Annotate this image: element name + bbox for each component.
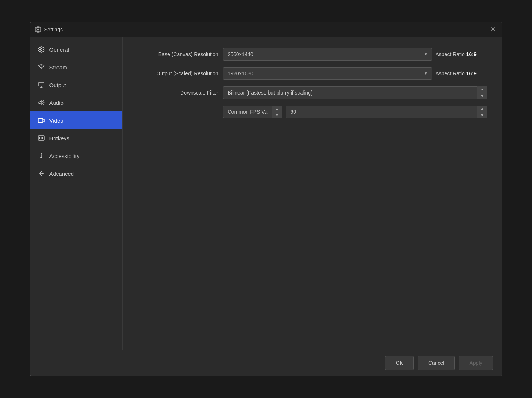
svg-rect-4 xyxy=(38,136,44,140)
app-icon xyxy=(35,26,41,33)
svg-rect-10 xyxy=(42,138,43,139)
titlebar-left: Settings xyxy=(35,26,63,33)
fps-type-spinner-arrows: ▲ ▼ xyxy=(272,106,282,118)
fps-type-down-arrow[interactable]: ▼ xyxy=(272,112,282,119)
apply-button[interactable]: Apply xyxy=(459,356,493,370)
fps-type-up-arrow[interactable]: ▲ xyxy=(272,106,282,112)
output-aspect-ratio: Aspect Ratio 16:9 xyxy=(436,71,487,76)
fps-type-spinner-wrapper: Common FPS Values Integer FPS Value Frac… xyxy=(223,106,282,118)
fps-value-spinner-arrows: ▲ ▼ xyxy=(477,106,487,118)
output-resolution-label: Output (Scaled) Resolution xyxy=(137,71,219,76)
audio-icon xyxy=(38,99,45,106)
cancel-button[interactable]: Cancel xyxy=(418,356,455,370)
downscale-filter-label: Downscale Filter xyxy=(137,90,219,96)
main-panel: Base (Canvas) Resolution 2560x1440 1920x… xyxy=(123,37,502,350)
svg-rect-6 xyxy=(41,137,42,138)
window-title: Settings xyxy=(44,27,63,32)
downscale-filter-row: Downscale Filter Bilinear (Fastest, but … xyxy=(137,86,487,99)
hotkeys-label: Hotkeys xyxy=(49,135,69,141)
svg-rect-7 xyxy=(42,137,43,138)
sidebar: General Stream xyxy=(30,37,123,350)
svg-point-12 xyxy=(41,153,42,154)
output-resolution-controls: 1920x1080 1280x720 2560x1440 ▼ Aspect Ra… xyxy=(223,67,487,80)
stream-label: Stream xyxy=(49,64,67,71)
settings-window: Settings ✕ General xyxy=(30,22,502,376)
base-resolution-label: Base (Canvas) Resolution xyxy=(137,51,219,57)
downscale-down-arrow[interactable]: ▼ xyxy=(477,93,487,99)
general-label: General xyxy=(49,47,69,53)
advanced-icon xyxy=(38,170,45,177)
svg-rect-9 xyxy=(41,138,42,139)
base-resolution-row: Base (Canvas) Resolution 2560x1440 1920x… xyxy=(137,48,487,61)
svg-rect-5 xyxy=(39,137,40,138)
downscale-up-arrow[interactable]: ▲ xyxy=(477,86,487,93)
advanced-label: Advanced xyxy=(49,171,74,177)
content-area: General Stream xyxy=(30,37,502,350)
fps-value-wrapper: 60 30 24 120 ▲ ▼ xyxy=(286,106,487,118)
bottom-bar: OK Cancel Apply xyxy=(30,350,502,376)
titlebar: Settings ✕ xyxy=(30,22,502,37)
close-button[interactable]: ✕ xyxy=(489,25,498,34)
accessibility-icon xyxy=(38,152,45,159)
sidebar-item-output[interactable]: Output xyxy=(30,76,122,94)
fps-controls: Common FPS Values Integer FPS Value Frac… xyxy=(223,106,487,118)
sidebar-item-audio[interactable]: Audio xyxy=(30,94,122,111)
ok-button[interactable]: OK xyxy=(385,356,414,370)
fps-type-wrapper: Common FPS Values Integer FPS Value Frac… xyxy=(223,106,282,118)
downscale-filter-wrapper: Bilinear (Fastest, but blurry if scaling… xyxy=(223,86,487,99)
fps-row: Common FPS Values Integer FPS Value Frac… xyxy=(137,106,487,118)
base-resolution-select-wrapper: 2560x1440 1920x1080 1280x720 ▼ xyxy=(223,48,432,61)
sidebar-item-general[interactable]: General xyxy=(30,41,122,58)
output-resolution-select[interactable]: 1920x1080 1280x720 2560x1440 xyxy=(223,67,432,80)
sidebar-item-video[interactable]: Video xyxy=(30,111,122,129)
video-label: Video xyxy=(49,117,64,124)
base-resolution-select[interactable]: 2560x1440 1920x1080 1280x720 xyxy=(223,48,432,61)
fps-value-up-arrow[interactable]: ▲ xyxy=(477,106,487,112)
svg-rect-3 xyxy=(38,119,43,123)
sidebar-item-accessibility[interactable]: Accessibility xyxy=(30,147,122,165)
downscale-filter-controls: Bilinear (Fastest, but blurry if scaling… xyxy=(223,86,487,99)
output-icon xyxy=(38,81,45,89)
gear-icon xyxy=(38,46,45,53)
base-resolution-controls: 2560x1440 1920x1080 1280x720 ▼ Aspect Ra… xyxy=(223,48,487,61)
sidebar-item-stream[interactable]: Stream xyxy=(30,58,122,76)
svg-point-1 xyxy=(37,29,39,31)
video-icon xyxy=(38,117,45,124)
hotkeys-icon xyxy=(38,134,45,142)
downscale-spinner-arrows: ▲ ▼ xyxy=(477,86,487,99)
base-aspect-ratio: Aspect Ratio 16:9 xyxy=(436,51,487,57)
sidebar-item-advanced[interactable]: Advanced xyxy=(30,165,122,182)
output-resolution-select-wrapper: 1920x1080 1280x720 2560x1440 ▼ xyxy=(223,67,432,80)
fps-value-select[interactable]: 60 30 24 120 xyxy=(286,106,487,118)
fps-value-down-arrow[interactable]: ▼ xyxy=(477,112,487,119)
wifi-icon xyxy=(38,64,45,71)
output-label: Output xyxy=(49,82,66,88)
svg-rect-2 xyxy=(39,82,44,86)
downscale-filter-select[interactable]: Bilinear (Fastest, but blurry if scaling… xyxy=(223,86,487,99)
accessibility-label: Accessibility xyxy=(49,153,80,159)
audio-label: Audio xyxy=(49,100,64,106)
svg-rect-8 xyxy=(39,138,40,139)
output-resolution-row: Output (Scaled) Resolution 1920x1080 128… xyxy=(137,67,487,80)
sidebar-item-hotkeys[interactable]: Hotkeys xyxy=(30,129,122,147)
fps-value-spinner-wrapper: 60 30 24 120 ▲ ▼ xyxy=(286,106,487,118)
